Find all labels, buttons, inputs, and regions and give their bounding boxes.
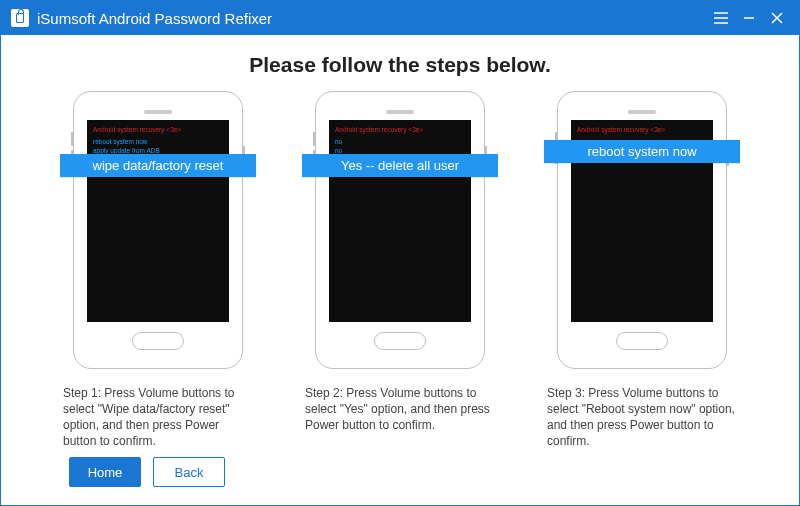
back-button[interactable]: Back bbox=[153, 457, 225, 487]
close-button[interactable] bbox=[763, 4, 791, 32]
step-caption: Step 2: Press Volume buttons to select "… bbox=[305, 385, 495, 433]
recovery-menu-text: reboot system now apply update from ADB bbox=[87, 137, 229, 155]
app-title: iSumsoft Android Password Refixer bbox=[37, 10, 272, 27]
phone-illustration: Android system recovery <3e> reboot syst… bbox=[557, 91, 727, 369]
step-caption: Step 1: Press Volume buttons to select "… bbox=[63, 385, 253, 449]
app-window: iSumsoft Android Password Refixer Please… bbox=[0, 0, 800, 506]
minimize-button[interactable] bbox=[735, 4, 763, 32]
menu-button[interactable] bbox=[707, 4, 735, 32]
home-button-icon bbox=[616, 332, 668, 350]
phone-screen: Android system recovery <3e> no no no ye… bbox=[329, 120, 471, 322]
action-tag: wipe data/factory reset bbox=[60, 154, 256, 177]
speaker-icon bbox=[144, 110, 172, 114]
recovery-header-text: Android system recovery <3e> bbox=[571, 120, 713, 137]
speaker-icon bbox=[386, 110, 414, 114]
step-2: Android system recovery <3e> no no no ye… bbox=[291, 91, 509, 449]
action-tag: Yes -- delete all user bbox=[302, 154, 498, 177]
home-button-icon bbox=[374, 332, 426, 350]
home-button-icon bbox=[132, 332, 184, 350]
titlebar: iSumsoft Android Password Refixer bbox=[1, 1, 799, 35]
step-3: Android system recovery <3e> reboot syst… bbox=[533, 91, 751, 449]
app-logo-icon bbox=[11, 9, 29, 27]
footer-buttons: Home Back bbox=[49, 457, 751, 493]
phone-illustration: Android system recovery <3e> reboot syst… bbox=[73, 91, 243, 369]
recovery-header-text: Android system recovery <3e> bbox=[329, 120, 471, 137]
action-tag: reboot system now bbox=[544, 140, 740, 163]
step-1: Android system recovery <3e> reboot syst… bbox=[49, 91, 267, 449]
recovery-header-text: Android system recovery <3e> bbox=[87, 120, 229, 137]
page-title: Please follow the steps below. bbox=[49, 53, 751, 77]
steps-row: Android system recovery <3e> reboot syst… bbox=[49, 91, 751, 449]
phone-illustration: Android system recovery <3e> no no no ye… bbox=[315, 91, 485, 369]
step-caption: Step 3: Press Volume buttons to select "… bbox=[547, 385, 737, 449]
home-button[interactable]: Home bbox=[69, 457, 141, 487]
speaker-icon bbox=[628, 110, 656, 114]
phone-screen: Android system recovery <3e> reboot syst… bbox=[87, 120, 229, 322]
content-area: Please follow the steps below. Android s… bbox=[1, 35, 799, 505]
